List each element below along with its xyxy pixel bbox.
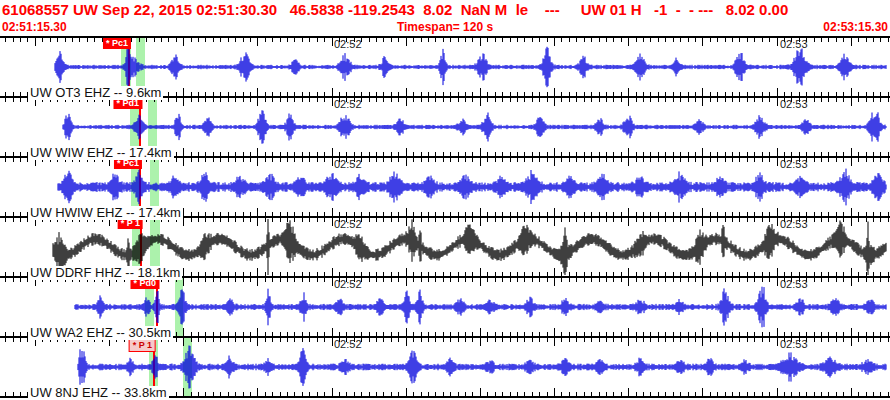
minute-label: 02:52 (334, 99, 362, 110)
minute-label: 02:52 (334, 39, 362, 50)
station-label: UW DDRF HHZ -- 18.1km (28, 266, 182, 280)
window-end-time: 02:53:15.30 (823, 20, 888, 34)
seismic-viewer-window: 61068557 UW Sep 22, 2015 02:51:30.30 46.… (0, 0, 890, 400)
minute-label: 02:52 (334, 159, 362, 170)
minute-label: 02:53 (780, 279, 808, 290)
minute-label: 02:53 (780, 159, 808, 170)
timespan-label: Timespan= 120 s (0, 20, 890, 34)
seismogram-panel[interactable]: * P 1 02:52 02:53 UW DDRF HHZ -- 18.1km (0, 216, 890, 276)
minute-label: 02:52 (334, 219, 362, 230)
station-label: UW HWIW EHZ -- 17.4km (28, 206, 183, 220)
minute-label: 02:52 (334, 279, 362, 290)
station-label: UW 8NJ EHZ -- 33.8km (28, 386, 169, 400)
seismogram-panel[interactable]: * Pc1 02:52 02:53 UW OT3 EHZ -- 9.6km (0, 36, 890, 96)
time-header: 02:51:15.30 Timespan= 120 s 02:53:15.30 (0, 20, 890, 36)
minute-label: 02:53 (780, 99, 808, 110)
p-pick-flag[interactable]: * Pc1 (103, 38, 131, 49)
minute-label: 02:53 (780, 339, 808, 350)
minute-label: 02:52 (334, 339, 362, 350)
minute-label: 02:53 (780, 39, 808, 50)
seismogram-panel[interactable]: * Pc1 02:52 02:53 UW HWIW EHZ -- 17.4km (0, 156, 890, 216)
station-label: UW OT3 EHZ -- 9.6km (28, 86, 163, 100)
event-header: 61068557 UW Sep 22, 2015 02:51:30.30 46.… (0, 0, 890, 20)
minute-label: 02:53 (780, 219, 808, 230)
seismogram-panels: * Pc1 02:52 02:53 UW OT3 EHZ -- 9.6km * … (0, 36, 890, 398)
station-label: UW WA2 EHZ -- 30.5km (28, 326, 173, 340)
p-pick-flag[interactable]: * P 1 (129, 338, 156, 352)
seismogram-panel[interactable]: * Pd1 02:52 02:53 UW WIW EHZ -- 17.4km (0, 96, 890, 156)
seismogram-panel[interactable]: * Pd0 02:52 02:53 UW WA2 EHZ -- 30.5km (0, 276, 890, 336)
station-label: UW WIW EHZ -- 17.4km (28, 146, 174, 160)
seismogram-panel[interactable]: * P 1 02:52 02:53 UW 8NJ EHZ -- 33.8km (0, 336, 890, 398)
